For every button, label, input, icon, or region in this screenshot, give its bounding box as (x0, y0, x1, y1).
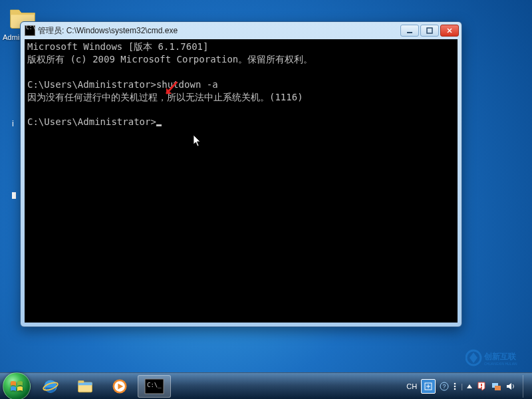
close-icon (446, 27, 453, 34)
svg-text:?: ? (443, 383, 446, 390)
start-button[interactable] (3, 372, 31, 400)
ie-icon (41, 377, 60, 396)
svg-rect-21 (481, 387, 482, 388)
minimize-button[interactable] (400, 25, 419, 37)
svg-rect-9 (78, 380, 84, 383)
taskbar: C:\_ CH ? | (0, 372, 532, 399)
taskbar-explorer[interactable] (68, 375, 102, 398)
action-center-icon[interactable] (476, 381, 487, 392)
terminal-output[interactable]: Microsoft Windows [版本 6.1.7601] 版权所有 (c)… (25, 39, 458, 323)
taskbar-media-player[interactable] (103, 375, 136, 398)
svg-point-19 (454, 388, 456, 390)
tray-sep: | (461, 382, 463, 390)
term-line-version: Microsoft Windows [版本 6.1.7601] (27, 41, 208, 52)
edge-text-1: i (12, 118, 14, 128)
close-button[interactable] (440, 25, 459, 37)
windows-logo-icon (9, 378, 25, 394)
system-tray: CH ? | (406, 375, 529, 398)
help-icon[interactable]: ? (440, 382, 449, 391)
svg-rect-1 (427, 28, 432, 33)
svg-rect-23 (495, 386, 501, 390)
volume-icon[interactable] (505, 381, 516, 392)
watermark-logo: 创新互联 CHUANGXIN HULIAN (466, 348, 529, 370)
taskbar-ie[interactable] (34, 375, 67, 398)
mouse-pointer-icon (193, 134, 202, 148)
minimize-icon (406, 27, 413, 34)
edge-mark-2 (12, 192, 16, 199)
ime-icon (424, 382, 433, 391)
cmd-icon (25, 25, 35, 36)
taskbar-cmd[interactable]: C:\_ (138, 375, 171, 398)
maximize-button[interactable] (420, 25, 439, 37)
ime-button[interactable] (421, 379, 436, 394)
svg-rect-20 (481, 384, 482, 386)
media-player-icon (110, 377, 129, 396)
svg-text:CHUANGXIN HULIAN: CHUANGXIN HULIAN (484, 362, 517, 366)
tray-expand-button[interactable] (467, 384, 472, 388)
svg-point-18 (454, 385, 456, 387)
explorer-icon (76, 377, 94, 396)
svg-text:创新互联: 创新互联 (483, 352, 517, 361)
annotation-arrow-icon (164, 79, 181, 96)
svg-point-17 (454, 382, 456, 384)
window-title: 管理员: C:\Windows\system32\cmd.exe (38, 25, 178, 37)
svg-rect-0 (407, 32, 412, 33)
term-line-copyright: 版权所有 (c) 2009 Microsoft Corporation。保留所有… (27, 54, 313, 65)
cmd-window: 管理员: C:\Windows\system32\cmd.exe Microso… (20, 21, 462, 327)
term-prompt-1: C:\Users\Administrator> (27, 79, 156, 90)
network-icon[interactable] (491, 381, 501, 392)
terminal-cursor (156, 124, 162, 126)
maximize-icon (426, 27, 433, 34)
cmd-taskbar-icon: C:\_ (144, 378, 164, 394)
ime-options-icon[interactable] (453, 382, 457, 391)
show-desktop-button[interactable] (523, 375, 529, 398)
svg-text:C:\_: C:\_ (147, 382, 162, 388)
ime-indicator[interactable]: CH (406, 382, 417, 390)
titlebar[interactable]: 管理员: C:\Windows\system32\cmd.exe (21, 22, 462, 39)
term-prompt-2: C:\Users\Administrator> (27, 116, 156, 127)
